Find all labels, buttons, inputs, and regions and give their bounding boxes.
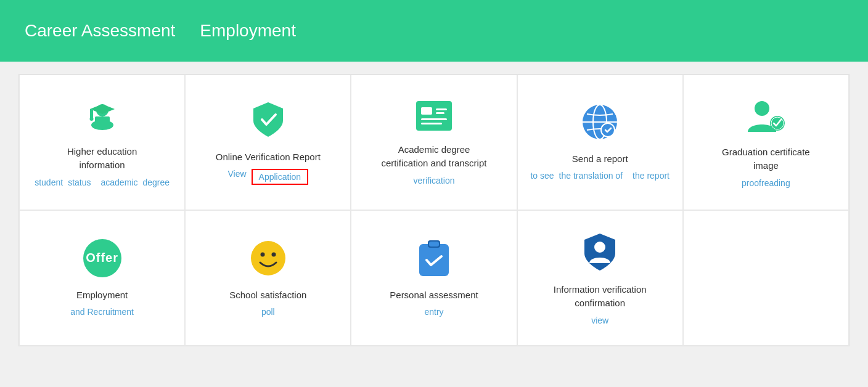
smile-icon bbox=[249, 239, 287, 277]
graduation-icon bbox=[84, 97, 121, 134]
svg-marker-4 bbox=[90, 104, 115, 114]
globe-icon bbox=[581, 103, 619, 141]
cell-info-verification[interactable]: Information verificationconfirmation vie… bbox=[517, 210, 683, 346]
document-icon bbox=[415, 100, 453, 132]
employment-title: Employment bbox=[76, 288, 128, 303]
person-check-icon bbox=[745, 97, 786, 134]
cell-online-verification[interactable]: Online Verification Report View Applicat… bbox=[185, 75, 351, 210]
svg-rect-8 bbox=[421, 107, 432, 115]
cell-higher-education[interactable]: Higher educationinformation student stat… bbox=[19, 75, 185, 210]
svg-rect-7 bbox=[416, 101, 452, 131]
svg-rect-12 bbox=[421, 123, 442, 124]
cell-school-satisfaction[interactable]: School satisfaction poll bbox=[185, 210, 351, 346]
graduation-certificate-title: Graduation certificateimage bbox=[722, 145, 810, 173]
svg-point-16 bbox=[601, 123, 615, 137]
link-view[interactable]: view bbox=[591, 316, 608, 325]
cell-send-report[interactable]: Send a report to see the translation of … bbox=[517, 75, 683, 210]
higher-education-title: Higher educationinformation bbox=[67, 145, 137, 173]
svg-rect-9 bbox=[436, 108, 447, 110]
svg-point-17 bbox=[755, 101, 769, 116]
link-application[interactable]: Application bbox=[252, 169, 309, 185]
employment-links: and Recruitment bbox=[70, 307, 134, 317]
shield-check-icon bbox=[250, 100, 287, 139]
link-academic[interactable]: academic bbox=[100, 177, 137, 189]
link-to-see[interactable]: to see bbox=[530, 171, 554, 182]
link-poll[interactable]: poll bbox=[261, 307, 275, 317]
higher-education-links: student status academic degree bbox=[35, 177, 170, 189]
cell-personal-assessment[interactable]: Personal assessment entry bbox=[351, 210, 517, 346]
cell-academic-degree[interactable]: Academic degreecertification and transcr… bbox=[351, 75, 517, 210]
svg-rect-25 bbox=[429, 242, 439, 246]
personal-assessment-title: Personal assessment bbox=[390, 288, 478, 303]
svg-point-22 bbox=[271, 252, 276, 256]
link-view[interactable]: View bbox=[227, 169, 246, 185]
svg-rect-10 bbox=[436, 112, 444, 114]
cell-empty bbox=[683, 210, 849, 346]
header: Career Assessment Employment bbox=[0, 0, 868, 62]
svg-point-20 bbox=[251, 241, 285, 275]
main-content: Higher educationinformation student stat… bbox=[0, 62, 868, 359]
nav-employment[interactable]: Employment bbox=[200, 21, 296, 41]
send-report-title: Send a report bbox=[572, 152, 628, 166]
info-verification-links: view bbox=[591, 316, 608, 325]
svg-point-6 bbox=[89, 117, 93, 121]
svg-rect-1 bbox=[95, 116, 110, 126]
grid-container: Higher educationinformation student stat… bbox=[18, 74, 850, 346]
link-student[interactable]: student bbox=[35, 177, 63, 189]
academic-degree-title: Academic degreecertification and transcr… bbox=[382, 143, 487, 171]
cell-employment[interactable]: Offer Employment and Recruitment bbox=[19, 210, 185, 346]
link-status[interactable]: status bbox=[68, 177, 91, 189]
svg-point-26 bbox=[594, 242, 605, 253]
link-proofreading[interactable]: proofreading bbox=[742, 178, 790, 188]
personal-assessment-links: entry bbox=[424, 307, 443, 317]
nav-career-assessment[interactable]: Career Assessment bbox=[25, 21, 175, 41]
clipboard-check-icon bbox=[417, 239, 451, 277]
online-verification-links: View Application bbox=[227, 169, 308, 185]
info-verification-title: Information verificationconfirmation bbox=[554, 283, 647, 311]
online-verification-title: Online Verification Report bbox=[216, 150, 321, 165]
graduation-certificate-links: proofreading bbox=[742, 178, 790, 188]
svg-rect-11 bbox=[421, 118, 447, 120]
link-the-report[interactable]: the report bbox=[633, 171, 669, 182]
svg-point-21 bbox=[260, 252, 264, 256]
school-satisfaction-links: poll bbox=[261, 307, 275, 317]
link-entry[interactable]: entry bbox=[424, 307, 443, 317]
cell-graduation-certificate[interactable]: Graduation certificateimage proofreading bbox=[683, 75, 849, 210]
svg-rect-5 bbox=[90, 109, 93, 118]
shield-person-icon bbox=[581, 231, 619, 272]
offer-icon: Offer bbox=[83, 239, 121, 277]
school-satisfaction-title: School satisfaction bbox=[229, 288, 306, 303]
academic-degree-links: verification bbox=[414, 176, 455, 185]
svg-rect-23 bbox=[419, 244, 449, 276]
send-report-links: to see the translation of the report bbox=[530, 171, 669, 182]
link-verification[interactable]: verification bbox=[414, 176, 455, 185]
link-and-recruitment[interactable]: and Recruitment bbox=[70, 307, 134, 317]
link-translation[interactable]: the translation of bbox=[559, 171, 623, 182]
link-degree[interactable]: degree bbox=[142, 177, 170, 189]
